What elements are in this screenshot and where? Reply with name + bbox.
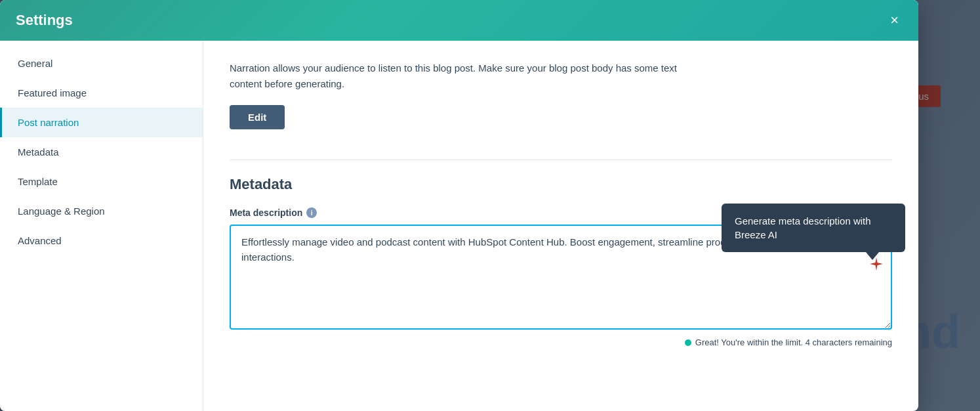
close-button[interactable]: ×	[886, 12, 903, 29]
meta-description-label: Meta description	[230, 207, 302, 218]
status-line: Great! You're within the limit. 4 charac…	[230, 337, 892, 347]
edit-button[interactable]: Edit	[230, 105, 285, 129]
section-divider	[230, 160, 892, 160]
modal-header: Settings ×	[0, 0, 918, 41]
sidebar: General Featured image Post narration Me…	[0, 41, 203, 411]
breeze-star-icon	[868, 256, 884, 276]
tooltip-container: Generate meta description with Breeze AI	[722, 204, 905, 252]
metadata-title: Metadata	[230, 176, 892, 193]
sidebar-item-template[interactable]: Template	[0, 167, 203, 196]
settings-modal: Settings × General Featured image Post n…	[0, 0, 918, 411]
sidebar-item-featured-image[interactable]: Featured image	[0, 78, 203, 108]
tooltip-box: Generate meta description with Breeze AI	[722, 204, 905, 252]
modal-body: General Featured image Post narration Me…	[0, 41, 918, 411]
status-text: Great! You're within the limit. 4 charac…	[695, 337, 892, 347]
main-content: Narration allows your audience to listen…	[203, 41, 918, 411]
sidebar-item-advanced[interactable]: Advanced	[0, 226, 203, 255]
modal-title: Settings	[16, 12, 73, 29]
sidebar-item-metadata[interactable]: Metadata	[0, 137, 203, 167]
sidebar-item-general[interactable]: General	[0, 49, 203, 78]
sidebar-item-language-region[interactable]: Language & Region	[0, 196, 203, 226]
info-icon: i	[306, 207, 317, 218]
narration-description: Narration allows your audience to listen…	[230, 60, 689, 92]
sidebar-item-post-narration[interactable]: Post narration	[0, 108, 203, 137]
tooltip-text: Generate meta description with Breeze AI	[735, 215, 871, 240]
status-dot	[685, 339, 691, 346]
